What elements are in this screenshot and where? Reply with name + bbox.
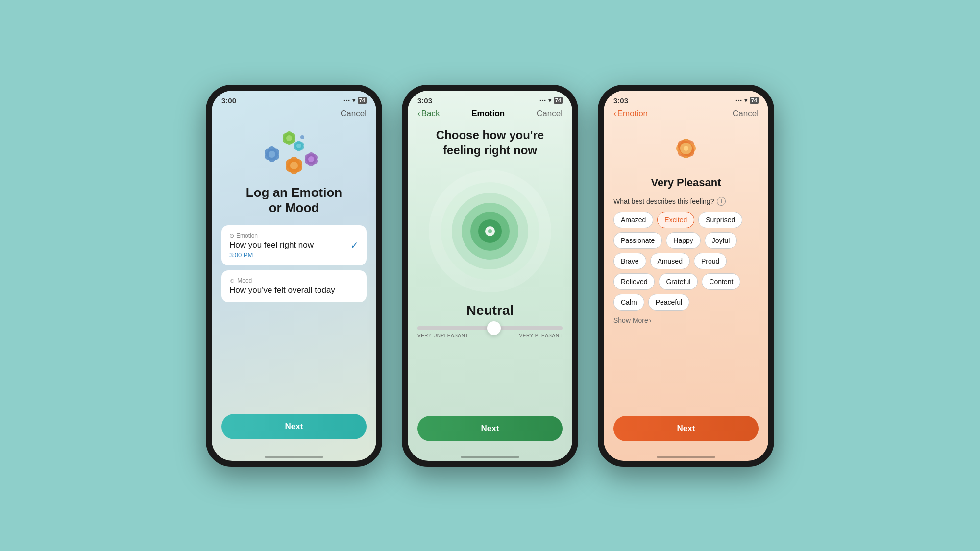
status-time-1: 3:00 — [221, 96, 236, 105]
nav-bar-3: ‹ Emotion Cancel — [604, 107, 768, 122]
screen2-title: Choose how you're feeling right now — [417, 127, 563, 158]
status-time-3: 3:03 — [613, 96, 628, 105]
mood-option-card[interactable]: ☺ Mood How you've felt overall today — [221, 270, 367, 302]
back-button-3[interactable]: ‹ Emotion — [613, 109, 648, 119]
home-bar-3 — [657, 456, 715, 458]
tag-calm[interactable]: Calm — [613, 294, 644, 311]
home-indicator-1 — [212, 449, 376, 461]
svg-point-28 — [488, 229, 492, 233]
chevron-right-icon: › — [649, 316, 652, 324]
slider-right-label: VERY PLEASANT — [519, 333, 563, 338]
svg-point-19 — [308, 156, 314, 162]
info-icon[interactable]: i — [717, 197, 726, 206]
mood-option-label: ☺ Mood — [229, 277, 359, 284]
slider-track[interactable] — [417, 326, 563, 330]
status-bar-3: 3:03 ▪▪▪ ▾ 74 — [604, 91, 768, 107]
emotion-option-time: 3:00 PM — [229, 251, 314, 259]
mood-icon: ☺ — [229, 277, 235, 284]
nav-bar-1: Cancel — [212, 107, 376, 122]
wifi-icon-2: ▾ — [548, 97, 551, 104]
phone1-screen: 3:00 ▪▪▪ ▾ 74 Cancel — [212, 91, 376, 461]
emotion-option-card[interactable]: ⊙ Emotion How you feel right now 3:00 PM… — [221, 225, 367, 265]
status-icons-2: ▪▪▪ ▾ 74 — [539, 97, 563, 104]
next-button-1[interactable]: Next — [221, 414, 367, 439]
nav-bar-2: ‹ Back Emotion Cancel — [408, 107, 572, 122]
tag-amazed[interactable]: Amazed — [613, 212, 653, 228]
status-bar-2: 3:03 ▪▪▪ ▾ 74 — [408, 91, 572, 107]
home-bar-2 — [461, 456, 519, 458]
screen3-title: Very Pleasant — [613, 176, 759, 189]
battery-icon: 74 — [358, 97, 367, 104]
flowers-svg — [262, 127, 326, 181]
flowers-illustration — [262, 127, 326, 181]
slider-thumb[interactable] — [487, 321, 501, 335]
screen3-content: Very Pleasant What best describes this f… — [604, 122, 768, 449]
back-button-2[interactable]: ‹ Back — [417, 109, 440, 119]
svg-point-20 — [300, 135, 304, 139]
emotion-wheel-svg — [426, 168, 554, 295]
tag-proud[interactable]: Proud — [694, 253, 727, 269]
status-bar-1: 3:00 ▪▪▪ ▾ 74 — [212, 91, 376, 107]
home-indicator-2 — [408, 449, 572, 461]
emotion-check-icon: ✓ — [350, 240, 359, 251]
battery-icon-2: 74 — [554, 97, 563, 104]
tag-happy[interactable]: Happy — [666, 232, 700, 249]
cancel-button-3[interactable]: Cancel — [733, 109, 759, 119]
svg-point-7 — [286, 135, 292, 141]
phone-3: 3:03 ▪▪▪ ▾ 74 ‹ Emotion Cancel — [598, 85, 774, 467]
emotion-icon: ⊙ — [229, 232, 234, 239]
feeling-icon — [664, 126, 708, 170]
phone-2: 3:03 ▪▪▪ ▾ 74 ‹ Back Emotion Cancel Choo… — [402, 85, 578, 467]
phone3-screen: 3:03 ▪▪▪ ▾ 74 ‹ Emotion Cancel — [604, 91, 768, 461]
mood-option-title: How you've felt overall today — [229, 286, 359, 295]
emotion-wheel[interactable] — [426, 168, 554, 295]
signal-icon: ▪▪▪ — [343, 97, 350, 104]
phone2-screen: 3:03 ▪▪▪ ▾ 74 ‹ Back Emotion Cancel Choo… — [408, 91, 572, 461]
tag-grateful[interactable]: Grateful — [659, 273, 698, 290]
emotion-option-title: How you feel right now — [229, 240, 314, 250]
home-indicator-3 — [604, 449, 768, 461]
slider-container: VERY UNPLEASANT VERY PLEASANT — [417, 326, 563, 338]
emotion-tags: Amazed Excited Surprised Passionate Happ… — [613, 212, 759, 311]
svg-point-3 — [269, 151, 275, 158]
feeling-flower-svg — [664, 126, 708, 170]
screen2-content: Choose how you're feeling right now Neut… — [408, 122, 572, 449]
cancel-button-1[interactable]: Cancel — [341, 109, 367, 119]
signal-icon-3: ▪▪▪ — [735, 97, 742, 104]
wifi-icon: ▾ — [352, 97, 355, 104]
emotion-option-label: ⊙ Emotion — [229, 232, 314, 239]
slider-left-label: VERY UNPLEASANT — [417, 333, 468, 338]
status-time-2: 3:03 — [417, 96, 432, 105]
next-button-3[interactable]: Next — [613, 416, 759, 441]
phone-1: 3:00 ▪▪▪ ▾ 74 Cancel — [206, 85, 382, 467]
phone1-content: Log an Emotion or Mood ⊙ Emotion How you… — [212, 122, 376, 449]
tag-brave[interactable]: Brave — [613, 253, 646, 269]
nav-title-2: Emotion — [471, 109, 505, 119]
show-more-button[interactable]: Show More › — [613, 316, 759, 324]
next-button-2[interactable]: Next — [417, 416, 563, 441]
tag-content[interactable]: Content — [702, 273, 740, 290]
chevron-left-icon-3: ‹ — [613, 109, 616, 119]
battery-icon-3: 74 — [750, 97, 759, 104]
tag-surprised[interactable]: Surprised — [698, 212, 742, 228]
describe-label: What best describes this feeling? i — [613, 197, 759, 206]
cancel-button-2[interactable]: Cancel — [537, 109, 563, 119]
status-icons-1: ▪▪▪ ▾ 74 — [343, 97, 367, 104]
svg-point-34 — [684, 146, 688, 151]
neutral-label: Neutral — [466, 303, 514, 318]
status-icons-3: ▪▪▪ ▾ 74 — [735, 97, 759, 104]
wifi-icon-3: ▾ — [744, 97, 747, 104]
chevron-left-icon-2: ‹ — [417, 109, 420, 119]
tag-peaceful[interactable]: Peaceful — [648, 294, 689, 311]
signal-icon-2: ▪▪▪ — [539, 97, 546, 104]
tag-amused[interactable]: Amused — [650, 253, 690, 269]
svg-point-15 — [290, 162, 298, 169]
svg-point-11 — [296, 144, 301, 148]
tag-excited[interactable]: Excited — [657, 212, 694, 228]
tag-relieved[interactable]: Relieved — [613, 273, 655, 290]
screen1-title: Log an Emotion or Mood — [246, 185, 342, 216]
tag-joyful[interactable]: Joyful — [705, 232, 737, 249]
home-bar-1 — [265, 456, 323, 458]
tag-passionate[interactable]: Passionate — [613, 232, 662, 249]
